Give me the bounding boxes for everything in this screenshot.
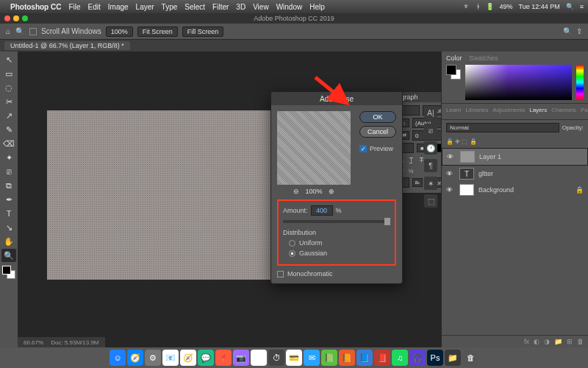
ok-button[interactable]: OK <box>359 111 396 123</box>
fg-bg-swatch[interactable] <box>446 65 461 79</box>
dock-app[interactable]: 🎧 <box>409 350 426 366</box>
dock-app[interactable]: ⚙ <box>145 350 161 366</box>
status-zoom[interactable]: 66.67% <box>24 339 43 346</box>
tab-color[interactable]: Color <box>446 54 462 62</box>
bluetooth-icon[interactable]: ᚼ <box>476 3 480 10</box>
menu-select[interactable]: Select <box>184 3 205 11</box>
layer-name[interactable]: gltter <box>478 170 493 177</box>
zoom-value[interactable]: 100% <box>106 26 133 37</box>
menu-image[interactable]: Image <box>108 3 129 11</box>
fx-icon[interactable]: fx <box>524 338 529 345</box>
menu-help[interactable]: Help <box>309 3 325 11</box>
dock-app[interactable]: 📁 <box>445 350 461 366</box>
adjustment-icon[interactable]: ◑ <box>544 338 550 345</box>
color-field[interactable] <box>465 65 572 100</box>
menu-window[interactable]: Window <box>276 3 303 11</box>
dock-app[interactable]: 💳 <box>286 350 302 366</box>
amount-input[interactable] <box>311 205 333 216</box>
tab-libraries[interactable]: Libraries <box>465 107 488 113</box>
radio-uniform[interactable]: Uniform <box>289 239 390 247</box>
tool-path[interactable]: ↘ <box>1 221 16 234</box>
visibility-icon[interactable]: 👁 <box>446 170 455 177</box>
app-menu[interactable]: Photoshop CC <box>10 3 61 11</box>
dock-app[interactable]: ✉ <box>304 350 320 366</box>
dock-app[interactable]: 📘 <box>356 350 373 366</box>
tab-paths[interactable]: Paths <box>581 107 588 113</box>
tool-gradient[interactable]: ⎚ <box>1 165 16 178</box>
blend-mode-select[interactable]: Normal <box>446 123 559 132</box>
dock-actions-icon[interactable]: ✶ <box>424 177 437 190</box>
dock-paragraph-icon[interactable]: ⎚ <box>424 124 437 137</box>
window-zoom[interactable] <box>22 15 28 21</box>
tool-clone[interactable]: ✦ <box>1 151 16 164</box>
dock-app[interactable]: ♫ <box>392 350 408 366</box>
menu-filter[interactable]: Filter <box>212 3 229 11</box>
fill-screen-button[interactable]: Fill Screen <box>182 26 224 37</box>
menu-view[interactable]: View <box>253 3 269 11</box>
window-minimize[interactable] <box>13 15 19 21</box>
visibility-icon[interactable]: 👁 <box>446 186 455 194</box>
dock-app[interactable]: ☺ <box>110 350 126 366</box>
dock-other-icon[interactable]: ⬚ <box>424 194 437 208</box>
scroll-all-windows-checkbox[interactable] <box>29 28 37 35</box>
dock-history-icon[interactable]: 🕐 <box>424 141 437 155</box>
dock-app[interactable]: 📍 <box>215 350 232 366</box>
dock-app[interactable]: Ps <box>427 350 443 366</box>
radio-gaussian[interactable]: Gaussian <box>289 250 390 257</box>
menu-type[interactable]: Type <box>162 3 178 11</box>
tab-channels[interactable]: Channels <box>551 107 576 113</box>
layer-thumb[interactable]: T <box>459 168 474 180</box>
opentype-frac[interactable]: ½ <box>406 166 415 175</box>
trash-icon[interactable]: 🗑 <box>577 338 584 345</box>
menu-layer[interactable]: Layer <box>136 3 154 11</box>
layer-thumb[interactable] <box>459 184 474 196</box>
visibility-icon[interactable]: 👁 <box>447 153 456 160</box>
fit-screen-button[interactable]: Fit Screen <box>137 26 178 37</box>
document-tab[interactable]: Untitled-1 @ 66.7% (Layer 1, RGB/8) * <box>4 41 130 50</box>
monochromatic-checkbox[interactable] <box>277 271 284 277</box>
hue-slider[interactable] <box>576 65 584 100</box>
tool-crop[interactable]: ✂ <box>1 95 16 108</box>
lock-icons[interactable]: 🔒 ✚ ⬚ 🔒 <box>446 138 477 145</box>
tool-eyedropper[interactable]: ↗ <box>1 109 16 122</box>
tab-learn[interactable]: Learn <box>446 107 461 113</box>
tool-type[interactable]: T <box>1 207 16 220</box>
dock-app[interactable]: 📕 <box>374 350 390 366</box>
tool-lasso[interactable]: ◌ <box>1 81 16 94</box>
mask-icon[interactable]: ◐ <box>534 338 539 345</box>
menu-edit[interactable]: Edit <box>88 3 101 11</box>
tool-marquee[interactable]: ▭ <box>1 67 16 80</box>
underline-icon[interactable]: T̲ <box>406 155 415 164</box>
dock-app[interactable]: 📙 <box>339 350 355 366</box>
dock-app[interactable]: 📷 <box>233 350 249 366</box>
tool-brush[interactable]: ✎ <box>1 123 16 136</box>
dock-app[interactable]: 🗑 <box>462 350 478 366</box>
layer-row[interactable]: 👁 T gltter <box>442 166 588 182</box>
dock-app[interactable]: 🗓 <box>251 350 267 366</box>
share-icon[interactable]: ⇪ <box>576 27 582 35</box>
layer-thumb[interactable] <box>460 151 475 163</box>
dock-app[interactable]: 📧 <box>162 350 179 366</box>
tool-eraser[interactable]: ⌫ <box>1 137 16 150</box>
group-icon[interactable]: 📁 <box>554 338 562 345</box>
layer-row[interactable]: 👁 Layer 1 <box>442 148 588 166</box>
layer-name[interactable]: Layer 1 <box>479 153 501 160</box>
tool-pen[interactable]: ✒ <box>1 193 16 206</box>
tab-adjustments[interactable]: Adjustments <box>492 107 525 113</box>
dock-app[interactable]: 📗 <box>321 350 337 366</box>
menu-extra-icon[interactable]: ≡ <box>580 3 584 10</box>
window-close[interactable] <box>4 15 10 21</box>
monochromatic-row[interactable]: Monochromatic <box>277 270 396 277</box>
canvas-area[interactable]: Character Paragraph Amo01Regular T--↕(Au… <box>18 52 441 347</box>
battery-icon[interactable]: 🔋 <box>486 3 494 10</box>
color-swatches[interactable] <box>2 266 15 279</box>
dock-app[interactable]: ⏱ <box>268 350 284 366</box>
slider-thumb[interactable] <box>384 218 390 225</box>
tab-layers[interactable]: Layers <box>529 107 547 113</box>
amount-slider[interactable] <box>283 220 390 223</box>
clock[interactable]: Tue 12:44 PM <box>519 3 560 10</box>
dock-app[interactable]: 🧭 <box>127 350 143 366</box>
document-canvas[interactable] <box>47 110 282 280</box>
zoom-in-icon[interactable]: ⊕ <box>329 188 334 195</box>
tool-hand[interactable]: ✋ <box>1 235 16 248</box>
